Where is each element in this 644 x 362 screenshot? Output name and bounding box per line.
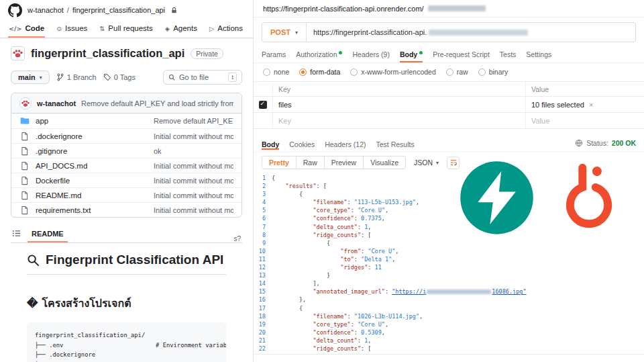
file-row[interactable]: README.mdInitial commit without models, … (11, 187, 241, 202)
file-commit-message[interactable]: Initial commit without models, notebooks (154, 162, 233, 170)
response-footer-divider (254, 354, 644, 355)
view-tab-raw[interactable]: Raw (297, 156, 325, 169)
wrap-text-button[interactable] (447, 156, 460, 169)
file-name[interactable]: API_DOCS.md (36, 162, 148, 170)
code-line: 14 ], (254, 279, 644, 287)
file-icon (19, 206, 30, 215)
commit-author-avatar[interactable] (19, 97, 32, 109)
redacted-url-segment (429, 30, 528, 36)
request-tab-params[interactable]: Params (262, 46, 286, 62)
response-tab-test-results[interactable]: Test Results (376, 136, 414, 150)
file-name[interactable]: app (36, 117, 148, 125)
address-bar[interactable]: https://fingerprint-classification-api.o… (254, 0, 644, 17)
file-commit-message[interactable]: Remove default API_KEY and load strictly (154, 117, 233, 125)
repo-nav-tab-agents[interactable]: ◈Agents (164, 20, 198, 38)
request-builder: POST ▾ https://fingerprint-classificatio… (254, 17, 644, 46)
goto-file-search[interactable]: Go to file t (163, 70, 242, 85)
repo-nav-tab-issues[interactable]: ⊙Issues (56, 20, 88, 38)
response-tab-body[interactable]: Body (262, 136, 279, 150)
repo-nav-tab-code[interactable]: </>Code (8, 20, 45, 38)
format-dropdown[interactable]: JSON ▾ (414, 159, 439, 167)
tags-link[interactable]: 0 Tags (103, 73, 136, 81)
tab-label: Cookies (289, 140, 315, 148)
key-placeholder[interactable]: Key (272, 113, 525, 128)
view-tab-preview[interactable]: Preview (325, 156, 364, 169)
file-commit-message[interactable]: Initial commit without models, notebooks (154, 177, 233, 185)
code-line: 18 "filename": "1026-L3b-U114.jpg", (254, 312, 644, 320)
network-icon[interactable] (575, 139, 583, 147)
repo-avatar[interactable] (11, 46, 25, 60)
request-url-input[interactable]: https://fingerprint-classification-api. (307, 28, 635, 36)
response-tab-headers-12[interactable]: Headers (12) (325, 136, 366, 150)
annotated-image-link[interactable]: "https://i (392, 288, 426, 295)
line-content: "filename": "113-L5b-U153.jpg", (272, 198, 419, 206)
file-row[interactable]: appRemove default API_KEY and load stric… (11, 114, 241, 128)
file-name[interactable]: Dockerfile (36, 177, 148, 185)
body-mode-raw[interactable]: raw (446, 68, 468, 76)
file-row[interactable]: API_DOCS.mdInitial commit without models… (11, 158, 241, 173)
address-url[interactable]: https://fingerprint-classification-api.o… (263, 5, 424, 13)
commit-author[interactable]: w-tanachot (37, 99, 76, 107)
body-mode-none[interactable]: none (263, 68, 289, 76)
request-tab-authorization[interactable]: Authorization (296, 46, 342, 62)
code-line: 19 "core_type": "Core U", (254, 320, 644, 328)
file-commit-message[interactable]: ok (154, 147, 233, 155)
commit-message[interactable]: Remove default API_KEY and load strictly… (81, 99, 233, 107)
radio-label: x-www-form-urlencoded (361, 68, 435, 76)
repo-nav-tab-actions[interactable]: ▷Actions (209, 20, 244, 38)
code-line: 15 "annotated_image_url": "https://i1608… (254, 287, 644, 296)
outline-list-icon[interactable] (12, 229, 21, 242)
tab-label: Body (400, 50, 417, 58)
readme-section-text: โครงสร้างโปรเจกต์ (42, 295, 131, 312)
code-line: 17 { (254, 304, 644, 312)
file-row[interactable]: requirements.txtInitial commit without m… (11, 202, 241, 217)
file-icon (19, 191, 30, 200)
breadcrumb-owner[interactable]: w-tanachot (28, 6, 64, 14)
request-tab-settings[interactable]: Settings (526, 46, 551, 62)
unsaved-changes-dot (339, 51, 342, 54)
issues-icon: ⊙ (56, 25, 62, 32)
file-name[interactable]: requirements.txt (36, 206, 148, 214)
line-content: }, (272, 296, 306, 304)
breadcrumb-repo[interactable]: fingerprint_classification_api (72, 6, 165, 14)
body-mode-form-data[interactable]: form-data (299, 68, 340, 76)
value-placeholder[interactable]: Value (525, 113, 644, 128)
method-dropdown[interactable]: POST ▾ (262, 28, 306, 36)
request-tab-headers-9[interactable]: Headers (9) (352, 46, 389, 62)
github-logo-icon[interactable] (8, 3, 22, 17)
body-mode-x-www-form-urlencoded[interactable]: x-www-form-urlencoded (350, 68, 435, 76)
repo-toolbar: main ▾ 1 Branch 0 Tags Go to file t (11, 70, 242, 85)
request-url-text: https://fingerprint-classification-api. (313, 28, 427, 36)
method-label: POST (270, 28, 290, 36)
branch-selector[interactable]: main ▾ (11, 71, 50, 84)
tab-readme[interactable]: README (28, 226, 68, 242)
line-content: { (272, 174, 275, 182)
code-line: 16 }, (254, 296, 644, 304)
key-cell[interactable]: files (272, 97, 525, 112)
request-tab-pre-request-script[interactable]: Pre-request Script (433, 46, 490, 62)
response-tabs: BodyCookiesHeaders (12)Test Results Stat… (254, 136, 644, 152)
file-commit-message[interactable]: Initial commit without models, notebooks (154, 191, 233, 199)
code-line: 9 { (254, 239, 644, 247)
row-checkbox-checked[interactable] (259, 101, 267, 109)
remove-files-icon[interactable]: × (589, 101, 593, 109)
request-tab-body[interactable]: Body (400, 46, 423, 62)
response-tab-cookies[interactable]: Cookies (289, 136, 315, 150)
request-tab-tests[interactable]: Tests (500, 46, 517, 62)
file-name[interactable]: README.md (36, 191, 148, 199)
annotated-image-link[interactable]: 16086.jpg" (492, 288, 526, 295)
file-row[interactable]: DockerfileInitial commit without models,… (11, 173, 241, 187)
file-row[interactable]: .gitignoreok (11, 143, 241, 158)
file-commit-message[interactable]: Initial commit without models, notebooks (154, 206, 233, 214)
file-commit-message[interactable]: Initial commit without models, notebooks (154, 132, 233, 140)
view-tab-visualize[interactable]: Visualize (364, 156, 405, 169)
radio-icon (299, 69, 307, 76)
body-mode-binary[interactable]: binary (478, 68, 508, 76)
file-row[interactable]: .dockerignoreInitial commit without mode… (11, 128, 241, 143)
repo-nav-tab-pull-requests[interactable]: ⇅Pull requests (99, 20, 153, 38)
view-tab-pretty[interactable]: Pretty (262, 156, 297, 169)
branches-link[interactable]: 1 Branch (56, 73, 97, 81)
file-name[interactable]: .dockerignore (36, 132, 148, 140)
value-cell[interactable]: 10 files selected × (525, 97, 644, 112)
file-name[interactable]: .gitignore (36, 147, 148, 155)
